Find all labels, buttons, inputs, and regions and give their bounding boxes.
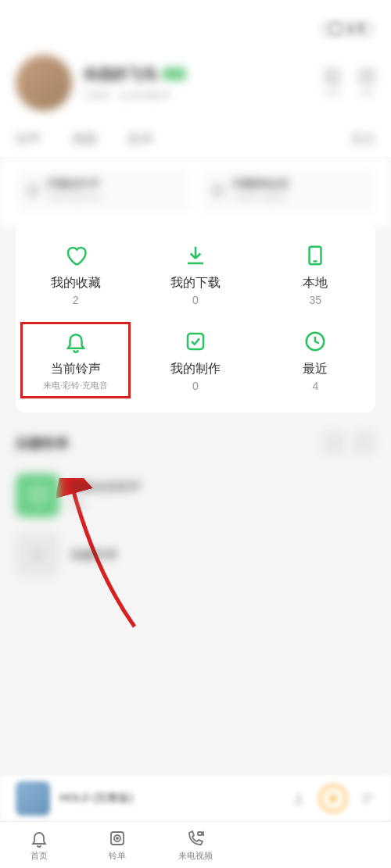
profile-subtitle: 已登录 · 会员专属VIP [83, 89, 313, 102]
playlist-cover [16, 473, 59, 517]
section-title: 自建铃单 [16, 434, 69, 452]
download-icon [182, 242, 209, 269]
scan-icon [324, 68, 341, 85]
nav-playlist[interactable]: 铃单 [78, 822, 156, 868]
profile-name: 未战的飞鸟 [83, 64, 157, 84]
nav-spacer [235, 822, 391, 868]
list-item[interactable]: + 创建铃单 [16, 525, 375, 584]
profile-action-scan[interactable]: 扫码 [324, 68, 341, 98]
list-item[interactable]: 我喜欢的铃声 2首 [16, 466, 375, 525]
svg-rect-10 [198, 832, 202, 835]
tab-playlist[interactable]: 歌单 [128, 131, 153, 148]
add-playlist-icon: + [16, 533, 59, 577]
phone-icon [302, 242, 328, 269]
heart-icon [63, 242, 89, 269]
player-download-icon[interactable] [291, 791, 307, 806]
promo-crbt[interactable]: 开通彩铃会员 开通享专属彩铃 [201, 168, 375, 213]
tab-ringtone[interactable]: 铃声 [16, 131, 41, 148]
tabs: 铃声 视频 歌单 关注 [16, 125, 375, 157]
promo-row: 开通多多VIP 开通享更多特权 开通彩铃会员 开通享专属彩铃 [0, 157, 391, 227]
quick-grid: 我的收藏 2 我的下载 0 本地 35 当前铃声 来电·彩铃·充电音 [16, 222, 375, 413]
checkbox-icon [182, 328, 209, 355]
gear-icon [328, 22, 343, 36]
grid-downloads[interactable]: 我的下载 0 [135, 231, 255, 317]
vip-promo-icon [25, 183, 41, 198]
clock-icon [302, 328, 328, 355]
grid-recent[interactable]: 最近 4 [256, 317, 375, 403]
player-cover [16, 781, 50, 816]
list-action-2[interactable] [352, 431, 375, 455]
bell-icon [63, 328, 89, 355]
tab-video[interactable]: 视频 [72, 131, 97, 148]
vip-badge: VIP [163, 68, 185, 80]
nav-home[interactable]: 首页 [0, 822, 78, 868]
nav-disc-icon [108, 829, 127, 848]
svg-point-9 [117, 838, 118, 839]
mini-player[interactable]: HOLD (完整版) [0, 774, 391, 821]
profile-action-vip[interactable]: 会员 [358, 68, 375, 98]
play-button[interactable] [319, 784, 347, 813]
nav-phone-video-icon [186, 829, 205, 848]
ringtone-playlists: 自建铃单 我喜欢的铃声 2首 + 创建铃单 [0, 413, 391, 584]
promo-vip[interactable]: 开通多多VIP 开通享更多特权 [16, 168, 190, 213]
profile-block[interactable]: 未战的飞鸟 VIP 已登录 · 会员专属VIP 扫码 会员 [16, 52, 375, 125]
avatar[interactable] [16, 55, 72, 111]
bottom-nav: 首页 铃单 来电视频 [0, 821, 391, 868]
grid-local[interactable]: 本地 35 [256, 231, 375, 317]
player-title: HOLD (完整版) [59, 791, 282, 805]
tab-follow[interactable]: 关注 [350, 131, 375, 148]
list-action-1[interactable] [322, 431, 346, 455]
header-settings[interactable]: 设置 [16, 13, 375, 52]
nav-bell-icon [30, 829, 48, 848]
svg-rect-2 [188, 334, 203, 349]
vip-icon [358, 68, 375, 85]
grid-favorites[interactable]: 我的收藏 2 [16, 231, 135, 317]
grid-my-creation[interactable]: 我的制作 0 [135, 317, 255, 403]
crbt-promo-icon [210, 183, 226, 198]
nav-video-call[interactable]: 来电视频 [156, 822, 235, 868]
player-list-icon[interactable] [360, 791, 375, 806]
grid-current-ringtone[interactable]: 当前铃声 来电·彩铃·充电音 [16, 317, 135, 403]
